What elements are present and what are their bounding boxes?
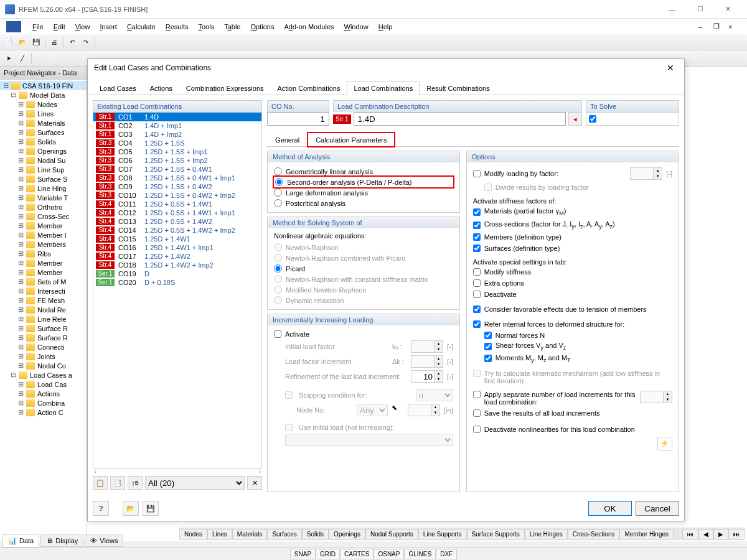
table-tab[interactable]: Solids xyxy=(302,529,329,539)
tree-item[interactable]: ⊞Action C xyxy=(0,408,87,417)
tree-item[interactable]: ⊟CSA S16-19 FIN xyxy=(0,81,87,90)
combination-row[interactable]: Str.3CO71.25D + 1.5S + 0.4W1 xyxy=(93,165,261,174)
table-tab[interactable]: Cross-Sections xyxy=(568,529,620,539)
combination-row[interactable]: Str.3CO41.25D + 1.5S xyxy=(93,139,261,147)
status-toggle[interactable]: CARTES xyxy=(340,549,374,559)
desc-input[interactable] xyxy=(354,112,566,126)
ok-button[interactable]: OK xyxy=(588,501,632,516)
tree-item[interactable]: ⊞Variable T xyxy=(0,193,87,202)
maximize-button[interactable]: ☐ xyxy=(686,1,714,18)
sepincre-spinner[interactable]: ▲▼ xyxy=(640,391,672,403)
status-toggle[interactable]: GLINES xyxy=(404,549,436,559)
table-tab[interactable]: Surfaces xyxy=(267,529,301,539)
tree-item[interactable]: ⊞Cross-Sec xyxy=(0,212,87,221)
solve-newton-const[interactable]: Newton-Raphson with constant stiffness m… xyxy=(274,274,453,284)
tree-item[interactable]: ⊞Combina xyxy=(0,398,87,408)
tree-item[interactable]: ⊞Nodal Su xyxy=(0,156,87,165)
solve-checkbox[interactable] xyxy=(589,115,596,123)
table-tab[interactable]: Lines xyxy=(207,529,232,539)
menu-addon[interactable]: Add-on Modules xyxy=(280,22,337,32)
combination-row[interactable]: Str.4CO171.25D + 1.4W2 xyxy=(93,252,261,261)
combination-row[interactable]: Ser.1CO19D xyxy=(93,269,261,278)
navigator-tree[interactable]: ⊟CSA S16-19 FIN⊟Model Data⊞Nodes⊞Lines⊞M… xyxy=(0,80,87,418)
opt-normal-forces[interactable]: Normal forces N xyxy=(484,330,672,340)
save-settings-button[interactable]: 💾 xyxy=(143,501,159,516)
menu-tools[interactable]: Tools xyxy=(194,22,218,32)
menu-file[interactable]: File xyxy=(29,22,47,32)
dialog-tab[interactable]: Actions xyxy=(143,81,179,95)
menu-insert[interactable]: Insert xyxy=(96,22,121,32)
combination-row[interactable]: Str.3CO101.25D + 1.5S + 0.4W2 + Imp2 xyxy=(93,191,261,200)
tb-line-icon[interactable]: ╱ xyxy=(16,52,29,65)
table-tab[interactable]: Line Supports xyxy=(418,529,467,539)
tree-item[interactable]: ⊞Nodes xyxy=(0,100,87,109)
minimize-button[interactable]: — xyxy=(658,1,686,18)
tb-open-icon[interactable]: 📂 xyxy=(16,36,29,49)
tree-item[interactable]: ⊞Orthotro xyxy=(0,202,87,212)
opt-moments[interactable]: Moments My, Mz and MT xyxy=(484,353,672,365)
modify-factor-spinner[interactable]: ▲▼ xyxy=(630,167,662,180)
combination-row[interactable]: Str.1CO31.4D + Imp2 xyxy=(93,130,261,139)
solve-newton[interactable]: Newton-Raphson xyxy=(274,242,453,253)
dialog-tab[interactable]: Load Combinations xyxy=(347,81,420,95)
tree-item[interactable]: ⊞Sets of M xyxy=(0,277,87,286)
new-combo-button[interactable]: 📋 xyxy=(93,476,108,490)
menu-view[interactable]: View xyxy=(72,22,94,32)
incre-activate[interactable]: Activate xyxy=(274,329,453,339)
sort-button[interactable]: ↕B xyxy=(128,476,143,490)
menu-calculate[interactable]: Calculate xyxy=(123,22,159,32)
opt-favorable[interactable]: Consider favorable effects due to tensio… xyxy=(473,304,672,314)
tb-print-icon[interactable]: 🖨 xyxy=(48,36,60,49)
tb-undo-icon[interactable]: ↶ xyxy=(66,36,78,49)
opt-materials[interactable]: Materials (partial factor γM) xyxy=(473,206,672,218)
table-tab[interactable]: Nodal Supports xyxy=(365,529,418,539)
tree-item[interactable]: ⊞Load Cas xyxy=(0,380,87,389)
tb-save-icon[interactable]: 💾 xyxy=(30,36,42,49)
tab-nav-button[interactable]: ⏮ xyxy=(682,529,698,539)
tree-item[interactable]: ⊞Actions xyxy=(0,389,87,398)
stopping-check[interactable] xyxy=(285,391,293,399)
combination-row[interactable]: Str.3CO61.25D + 1.5S + Imp2 xyxy=(93,156,261,165)
analysis-large-deform[interactable]: Large deformation analysis xyxy=(274,187,453,198)
analysis-postcritical[interactable]: Postcritical analysis xyxy=(274,198,453,208)
tree-item[interactable]: ⊞Openings xyxy=(0,146,87,156)
combination-row[interactable]: Str.3CO91.25D + 1.5S + 0.4W2 xyxy=(93,182,261,191)
opt-members[interactable]: Members (definition type) xyxy=(473,232,672,242)
tree-item[interactable]: ⊞Member xyxy=(0,221,87,230)
menu-table[interactable]: Table xyxy=(220,22,244,32)
node-select[interactable]: Any xyxy=(357,404,388,416)
mdi-close[interactable]: × xyxy=(728,23,741,30)
viewtab-views[interactable]: 👁 Views xyxy=(85,534,123,547)
tree-item[interactable]: ⊟Load Cases a xyxy=(0,370,87,380)
combination-row[interactable]: Str.3CO51.25D + 1.5S + Imp1 xyxy=(93,147,261,156)
tb-redo-icon[interactable]: ↷ xyxy=(80,36,92,49)
solve-mod-newton[interactable]: Modified Newton-Raphson xyxy=(274,284,453,295)
opt-deact-nonlin[interactable]: Deactivate nonlinearities for this load … xyxy=(473,424,672,434)
menu-help[interactable]: Help xyxy=(375,22,397,32)
tab-nav-button[interactable]: ◀ xyxy=(698,529,713,539)
subtab-general[interactable]: General xyxy=(267,133,308,147)
viewtab-display[interactable]: 🖥 Display xyxy=(40,534,83,547)
combination-row[interactable]: Str.4CO141.25D + 0.5S + 1.4W2 + Imp2 xyxy=(93,226,261,235)
tree-item[interactable]: ⊞Surface S xyxy=(0,174,87,184)
combination-row[interactable]: Str.4CO131.25D + 0.5S + 1.4W2 xyxy=(93,217,261,226)
table-tab[interactable]: Materials xyxy=(232,529,268,539)
combination-row[interactable]: Str.1CO21.4D + Imp1 xyxy=(93,121,261,130)
help-button[interactable]: ? xyxy=(93,501,109,516)
table-tab[interactable]: Line Hinges xyxy=(525,529,568,539)
combination-row[interactable]: Str.4CO121.25D + 0.5S + 1.4W1 + Imp1 xyxy=(93,208,261,217)
opt-separate-incre[interactable]: Apply separate number of load increments… xyxy=(473,390,672,407)
table-tab[interactable]: Surface Supports xyxy=(467,529,525,539)
tree-item[interactable]: ⊞Line Rele xyxy=(0,314,87,324)
tree-item[interactable]: ⊞Lines xyxy=(0,109,87,118)
tb-new-icon[interactable]: 📄 xyxy=(2,36,15,49)
combination-row[interactable]: Str.1CO11.4D xyxy=(93,113,261,121)
status-toggle[interactable]: OSNAP xyxy=(374,549,404,559)
tree-item[interactable]: ⊞Member xyxy=(0,268,87,277)
cancel-button[interactable]: Cancel xyxy=(636,501,679,516)
status-toggle[interactable]: SNAP xyxy=(290,549,316,559)
tree-item[interactable]: ⊞Surface R xyxy=(0,333,87,342)
tree-item[interactable]: ⊞Line Hing xyxy=(0,184,87,193)
opt-save-results[interactable]: Save the results of all load increments xyxy=(473,408,672,418)
tree-item[interactable]: ⊞FE Mesh xyxy=(0,296,87,305)
